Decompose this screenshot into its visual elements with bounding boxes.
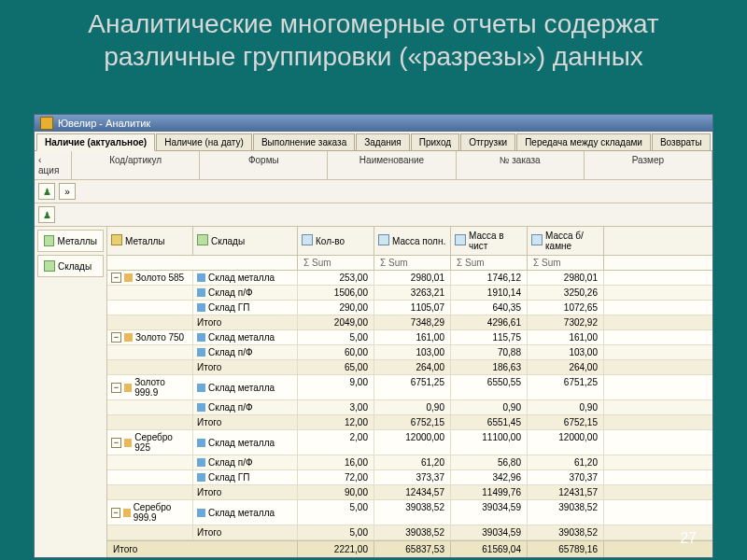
table-row[interactable]: Склад п/Ф60,00103,0070,88103,00 xyxy=(107,345,712,360)
cell-value: 186,63 xyxy=(451,360,528,374)
cell-value: 373,37 xyxy=(374,470,451,484)
cell-value: 1105,07 xyxy=(374,301,451,315)
cell-value: 0,90 xyxy=(528,400,604,414)
field-naim[interactable]: Наименование xyxy=(328,151,456,179)
side-sklad[interactable]: Склады xyxy=(37,255,104,277)
cell-value: 7348,29 xyxy=(374,315,451,329)
sklad-icon xyxy=(197,509,205,517)
cell-value: 6550,55 xyxy=(451,375,528,399)
tab-7[interactable]: Возвраты xyxy=(652,133,711,150)
cell-value: 39038,52 xyxy=(374,525,451,539)
tab-6[interactable]: Передача между складами xyxy=(516,133,651,150)
collapse-icon[interactable]: − xyxy=(111,438,121,448)
tab-5[interactable]: Отгрузки xyxy=(460,133,515,150)
cell-value: 12000,00 xyxy=(528,430,604,455)
cell-value: 3250,26 xyxy=(528,286,604,300)
cell-value: 39034,59 xyxy=(451,525,528,539)
sklad-icon xyxy=(197,288,205,297)
col-sklad[interactable]: Склады xyxy=(193,227,298,255)
col-metals[interactable]: Металлы xyxy=(107,227,193,255)
sklad-label: Склад п/Ф xyxy=(208,287,253,298)
person1-icon[interactable]: ♟ xyxy=(38,183,55,200)
collapse-icon[interactable]: − xyxy=(111,332,121,343)
side-metals[interactable]: Металлы xyxy=(37,230,104,252)
data-grid: Металлы Склады Кол-во Масса полн. Масса … xyxy=(107,227,712,557)
field-zakaz[interactable]: № заказа xyxy=(457,151,585,179)
field-razmer[interactable]: Размер xyxy=(585,151,712,179)
table-row[interactable]: Склад п/Ф3,000,900,900,90 xyxy=(107,400,712,415)
metal-icon xyxy=(124,439,133,447)
tab-1[interactable]: Наличие (на дату) xyxy=(156,133,252,150)
cell-value: 90,00 xyxy=(298,485,374,499)
cell-value: 103,00 xyxy=(374,345,451,359)
cell-value: 6752,15 xyxy=(374,415,451,429)
metal-label: Серебро 925 xyxy=(134,432,189,453)
cell-value: 6751,25 xyxy=(374,375,451,399)
col-kolvo[interactable]: Кол-во xyxy=(298,227,374,255)
cell-value: 2980,01 xyxy=(374,271,451,285)
cell-value: 60,00 xyxy=(298,345,374,359)
sklad-icon xyxy=(197,303,205,312)
tab-4[interactable]: Приход xyxy=(411,133,459,150)
sklad-icon xyxy=(197,273,205,282)
cell-value: 61,20 xyxy=(528,455,604,469)
cell-value: 253,00 xyxy=(298,271,374,285)
cell-value: 290,00 xyxy=(298,301,374,315)
subtotal-row[interactable]: Итого5,0039038,5239034,5939038,52 xyxy=(107,525,712,540)
sklad-label: Склад металла xyxy=(208,508,275,518)
sklad-label: Склад металла xyxy=(208,332,275,343)
cell-value: 61,20 xyxy=(374,455,451,469)
cell-value: 264,00 xyxy=(528,360,604,374)
titlebar: Ювелир - Аналитик xyxy=(35,115,712,132)
table-row[interactable]: Склад п/Ф16,0061,2056,8061,20 xyxy=(107,455,712,470)
cell-value: 161,00 xyxy=(528,330,604,344)
tab-0[interactable]: Наличие (актуальное) xyxy=(36,133,155,151)
cell-value: 1910,14 xyxy=(451,286,528,300)
person2-icon[interactable]: ♟ xyxy=(38,206,55,223)
expand-button[interactable] xyxy=(59,183,76,200)
tab-3[interactable]: Задания xyxy=(356,133,410,150)
cell-value: 0,90 xyxy=(374,400,451,414)
table-row[interactable]: Склад п/Ф1506,003263,211910,143250,26 xyxy=(107,286,712,301)
field-formy[interactable]: Формы xyxy=(200,151,328,179)
table-row[interactable]: −Золото 750Склад металла5,00161,00115,75… xyxy=(107,330,712,345)
subtotal-row[interactable]: Итого12,006752,156551,456752,15 xyxy=(107,415,712,430)
sklad-icon xyxy=(197,384,205,392)
sklad-label: Склад металла xyxy=(208,273,275,283)
sklad-label: Итого xyxy=(197,527,221,538)
subtotal-row[interactable]: Итого2049,007348,294296,617302,92 xyxy=(107,315,712,330)
collapse-icon[interactable]: − xyxy=(111,508,120,518)
sklad-label: Склад п/Ф xyxy=(208,402,253,413)
col-massa-poln[interactable]: Масса полн. xyxy=(374,227,451,255)
metal-label: Золото 750 xyxy=(135,332,184,343)
collapse-icon[interactable]: − xyxy=(111,273,121,283)
table-row[interactable]: −Серебро 925Склад металла2,0012000,00111… xyxy=(107,430,712,455)
table-row[interactable]: −Золото 999.9Склад металла9,006751,25655… xyxy=(107,375,712,400)
field-kod[interactable]: Код/артикул xyxy=(72,151,200,179)
table-row[interactable]: Склад ГП290,001105,07640,351072,65 xyxy=(107,301,712,315)
app-title: Ювелир - Аналитик xyxy=(58,118,150,129)
subtotal-row[interactable]: Итого65,00264,00186,63264,00 xyxy=(107,360,712,375)
cell-value: 56,80 xyxy=(451,455,528,469)
table-row[interactable]: −Золото 585Склад металла253,002980,01174… xyxy=(107,271,712,286)
collapse-icon[interactable]: − xyxy=(111,383,121,393)
cell-value: 342,96 xyxy=(451,470,528,484)
cell-value: 70,88 xyxy=(451,345,528,359)
subtotal-row[interactable]: Итого90,0012434,5711499,7612431,57 xyxy=(107,485,712,500)
col-massa-chist[interactable]: Масса в чист xyxy=(451,227,528,255)
cell-value: 39038,52 xyxy=(374,500,451,525)
slide-title: Аналитические многомерные отчеты содержа… xyxy=(0,0,747,78)
table-row[interactable]: Склад ГП72,00373,37342,96370,37 xyxy=(107,470,712,485)
metal-icon xyxy=(123,509,131,517)
cell-value: 65,00 xyxy=(298,360,374,374)
field-nav-left[interactable]: ‹ ация xyxy=(35,151,72,179)
cell-value: 5,00 xyxy=(298,500,374,525)
cell-value: 6551,45 xyxy=(451,415,528,429)
page-number: 27 xyxy=(680,530,697,547)
sklad-label: Склад металла xyxy=(208,438,275,448)
table-row[interactable]: −Серебро 999.9Склад металла5,0039038,523… xyxy=(107,500,712,525)
cell-value: 1746,12 xyxy=(451,271,528,285)
sklad-label: Итого xyxy=(197,317,221,328)
tab-2[interactable]: Выполнение заказа xyxy=(253,133,355,150)
col-massa-bk[interactable]: Масса б/камне xyxy=(528,227,604,255)
